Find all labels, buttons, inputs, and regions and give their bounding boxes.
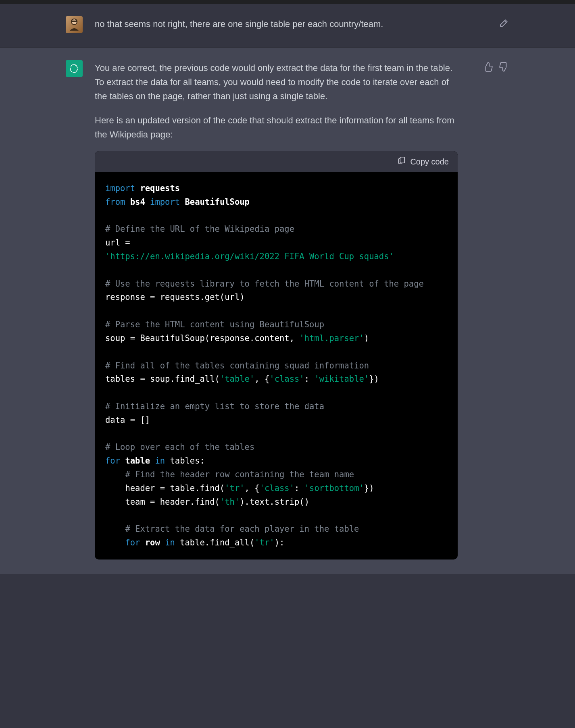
user-message-row: no that seems not right, there are one s…: [0, 4, 575, 48]
assistant-paragraph-1: You are correct, the previous code would…: [95, 61, 458, 104]
code-block: Copy code import requests from bs4 impor…: [95, 151, 458, 560]
person-avatar-icon: [66, 16, 83, 33]
edit-icon[interactable]: [499, 18, 509, 28]
code-content[interactable]: import requests from bs4 import Beautifu…: [95, 172, 458, 560]
svg-rect-3: [400, 157, 405, 163]
assistant-message-row: You are correct, the previous code would…: [0, 48, 575, 574]
assistant-paragraph-2: Here is an updated version of the code t…: [95, 113, 458, 141]
clipboard-icon: [397, 155, 406, 168]
assistant-avatar: [66, 60, 83, 77]
thumbs-down-icon[interactable]: [499, 62, 509, 72]
user-message-text: no that seems not right, there are one s…: [95, 16, 458, 33]
copy-code-button[interactable]: Copy code: [397, 155, 449, 168]
svg-rect-2: [71, 21, 77, 22]
code-block-header: Copy code: [95, 151, 458, 172]
user-avatar: [66, 16, 83, 33]
top-bar: [0, 0, 575, 4]
copy-code-label: Copy code: [410, 155, 449, 168]
openai-logo-icon: [69, 63, 80, 74]
thumbs-up-icon[interactable]: [483, 62, 493, 72]
